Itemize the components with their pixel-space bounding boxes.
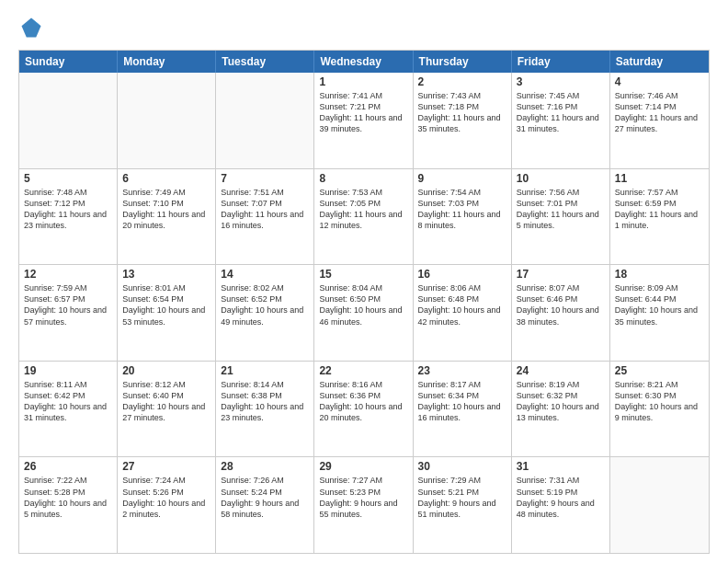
day-info: Sunrise: 8:16 AM Sunset: 6:36 PM Dayligh… bbox=[319, 379, 407, 424]
day-info: Sunrise: 7:46 AM Sunset: 7:14 PM Dayligh… bbox=[615, 90, 704, 135]
empty-cell bbox=[118, 73, 216, 168]
day-info: Sunrise: 8:14 AM Sunset: 6:38 PM Dayligh… bbox=[221, 379, 309, 424]
header-day-thursday: Thursday bbox=[414, 51, 512, 73]
day-cell-18: 18Sunrise: 8:09 AM Sunset: 6:44 PM Dayli… bbox=[610, 265, 709, 361]
header-day-wednesday: Wednesday bbox=[314, 51, 413, 73]
page: SundayMondayTuesdayWednesdayThursdayFrid… bbox=[0, 0, 728, 563]
day-cell-17: 17Sunrise: 8:07 AM Sunset: 6:46 PM Dayli… bbox=[512, 265, 610, 361]
calendar-row-4: 26Sunrise: 7:22 AM Sunset: 5:28 PM Dayli… bbox=[19, 457, 709, 553]
day-info: Sunrise: 7:31 AM Sunset: 5:19 PM Dayligh… bbox=[517, 475, 605, 520]
day-cell-25: 25Sunrise: 8:21 AM Sunset: 6:30 PM Dayli… bbox=[610, 362, 709, 457]
day-number: 11 bbox=[615, 172, 704, 185]
day-number: 27 bbox=[122, 460, 210, 473]
day-number: 24 bbox=[517, 364, 605, 377]
day-number: 3 bbox=[517, 75, 605, 88]
day-info: Sunrise: 7:48 AM Sunset: 7:12 PM Dayligh… bbox=[24, 187, 112, 232]
day-number: 14 bbox=[221, 268, 309, 281]
day-info: Sunrise: 8:07 AM Sunset: 6:46 PM Dayligh… bbox=[517, 282, 605, 327]
day-cell-29: 29Sunrise: 7:27 AM Sunset: 5:23 PM Dayli… bbox=[314, 457, 413, 553]
day-info: Sunrise: 8:21 AM Sunset: 6:30 PM Dayligh… bbox=[615, 379, 704, 424]
day-number: 29 bbox=[319, 460, 407, 473]
day-info: Sunrise: 7:43 AM Sunset: 7:18 PM Dayligh… bbox=[418, 90, 506, 135]
empty-cell bbox=[216, 73, 314, 168]
day-cell-20: 20Sunrise: 8:12 AM Sunset: 6:40 PM Dayli… bbox=[118, 362, 216, 457]
day-number: 13 bbox=[122, 268, 210, 281]
day-info: Sunrise: 8:11 AM Sunset: 6:42 PM Dayligh… bbox=[24, 379, 112, 424]
day-number: 23 bbox=[418, 364, 506, 377]
day-info: Sunrise: 8:17 AM Sunset: 6:34 PM Dayligh… bbox=[418, 379, 506, 424]
day-info: Sunrise: 7:51 AM Sunset: 7:07 PM Dayligh… bbox=[221, 187, 309, 232]
day-number: 26 bbox=[24, 460, 112, 473]
svg-marker-0 bbox=[22, 18, 41, 38]
day-info: Sunrise: 8:04 AM Sunset: 6:50 PM Dayligh… bbox=[319, 282, 407, 327]
day-cell-31: 31Sunrise: 7:31 AM Sunset: 5:19 PM Dayli… bbox=[512, 457, 610, 553]
day-cell-8: 8Sunrise: 7:53 AM Sunset: 7:05 PM Daylig… bbox=[314, 169, 413, 265]
day-info: Sunrise: 7:56 AM Sunset: 7:01 PM Dayligh… bbox=[517, 187, 605, 232]
header-day-monday: Monday bbox=[118, 51, 216, 73]
logo bbox=[18, 15, 48, 40]
day-cell-11: 11Sunrise: 7:57 AM Sunset: 6:59 PM Dayli… bbox=[610, 169, 709, 265]
day-number: 25 bbox=[615, 364, 704, 377]
day-info: Sunrise: 7:26 AM Sunset: 5:24 PM Dayligh… bbox=[221, 475, 309, 520]
calendar-row-3: 19Sunrise: 8:11 AM Sunset: 6:42 PM Dayli… bbox=[19, 362, 709, 458]
day-info: Sunrise: 8:02 AM Sunset: 6:52 PM Dayligh… bbox=[221, 282, 309, 327]
day-number: 21 bbox=[221, 364, 309, 377]
day-cell-15: 15Sunrise: 8:04 AM Sunset: 6:50 PM Dayli… bbox=[314, 265, 413, 361]
day-number: 31 bbox=[517, 460, 605, 473]
calendar-header: SundayMondayTuesdayWednesdayThursdayFrid… bbox=[19, 51, 709, 73]
calendar-body: 1Sunrise: 7:41 AM Sunset: 7:21 PM Daylig… bbox=[19, 73, 709, 553]
day-info: Sunrise: 7:45 AM Sunset: 7:16 PM Dayligh… bbox=[517, 90, 605, 135]
day-number: 17 bbox=[517, 268, 605, 281]
day-cell-7: 7Sunrise: 7:51 AM Sunset: 7:07 PM Daylig… bbox=[216, 169, 314, 265]
day-info: Sunrise: 7:22 AM Sunset: 5:28 PM Dayligh… bbox=[24, 475, 112, 520]
day-number: 20 bbox=[122, 364, 210, 377]
empty-cell bbox=[610, 457, 709, 553]
day-number: 28 bbox=[221, 460, 309, 473]
day-cell-23: 23Sunrise: 8:17 AM Sunset: 6:34 PM Dayli… bbox=[414, 362, 512, 457]
day-info: Sunrise: 7:53 AM Sunset: 7:05 PM Dayligh… bbox=[319, 187, 407, 232]
day-cell-5: 5Sunrise: 7:48 AM Sunset: 7:12 PM Daylig… bbox=[19, 169, 118, 265]
day-cell-3: 3Sunrise: 7:45 AM Sunset: 7:16 PM Daylig… bbox=[512, 73, 610, 168]
day-info: Sunrise: 7:24 AM Sunset: 5:26 PM Dayligh… bbox=[122, 475, 210, 520]
calendar-row-0: 1Sunrise: 7:41 AM Sunset: 7:21 PM Daylig… bbox=[19, 73, 709, 169]
day-info: Sunrise: 7:27 AM Sunset: 5:23 PM Dayligh… bbox=[319, 475, 407, 520]
header-day-sunday: Sunday bbox=[19, 51, 118, 73]
day-number: 8 bbox=[319, 172, 407, 185]
day-cell-30: 30Sunrise: 7:29 AM Sunset: 5:21 PM Dayli… bbox=[414, 457, 512, 553]
day-cell-2: 2Sunrise: 7:43 AM Sunset: 7:18 PM Daylig… bbox=[414, 73, 512, 168]
calendar: SundayMondayTuesdayWednesdayThursdayFrid… bbox=[18, 50, 710, 554]
day-info: Sunrise: 8:19 AM Sunset: 6:32 PM Dayligh… bbox=[517, 379, 605, 424]
day-number: 9 bbox=[418, 172, 506, 185]
day-number: 5 bbox=[24, 172, 112, 185]
day-cell-10: 10Sunrise: 7:56 AM Sunset: 7:01 PM Dayli… bbox=[512, 169, 610, 265]
day-info: Sunrise: 7:49 AM Sunset: 7:10 PM Dayligh… bbox=[122, 187, 210, 232]
day-number: 22 bbox=[319, 364, 407, 377]
day-number: 15 bbox=[319, 268, 407, 281]
day-number: 10 bbox=[517, 172, 605, 185]
day-cell-1: 1Sunrise: 7:41 AM Sunset: 7:21 PM Daylig… bbox=[314, 73, 413, 168]
day-number: 1 bbox=[319, 75, 407, 88]
header bbox=[18, 15, 710, 40]
day-number: 18 bbox=[615, 268, 704, 281]
day-number: 16 bbox=[418, 268, 506, 281]
calendar-row-1: 5Sunrise: 7:48 AM Sunset: 7:12 PM Daylig… bbox=[19, 169, 709, 266]
day-cell-9: 9Sunrise: 7:54 AM Sunset: 7:03 PM Daylig… bbox=[414, 169, 512, 265]
day-cell-12: 12Sunrise: 7:59 AM Sunset: 6:57 PM Dayli… bbox=[19, 265, 118, 361]
day-number: 19 bbox=[24, 364, 112, 377]
day-number: 7 bbox=[221, 172, 309, 185]
logo-icon bbox=[18, 15, 44, 40]
header-day-friday: Friday bbox=[512, 51, 610, 73]
day-number: 6 bbox=[122, 172, 210, 185]
day-info: Sunrise: 8:06 AM Sunset: 6:48 PM Dayligh… bbox=[418, 282, 506, 327]
day-number: 4 bbox=[615, 75, 704, 88]
day-cell-4: 4Sunrise: 7:46 AM Sunset: 7:14 PM Daylig… bbox=[610, 73, 709, 168]
header-day-saturday: Saturday bbox=[610, 51, 709, 73]
header-day-tuesday: Tuesday bbox=[216, 51, 314, 73]
day-cell-16: 16Sunrise: 8:06 AM Sunset: 6:48 PM Dayli… bbox=[414, 265, 512, 361]
day-cell-24: 24Sunrise: 8:19 AM Sunset: 6:32 PM Dayli… bbox=[512, 362, 610, 457]
day-cell-6: 6Sunrise: 7:49 AM Sunset: 7:10 PM Daylig… bbox=[118, 169, 216, 265]
day-cell-27: 27Sunrise: 7:24 AM Sunset: 5:26 PM Dayli… bbox=[118, 457, 216, 553]
day-info: Sunrise: 8:09 AM Sunset: 6:44 PM Dayligh… bbox=[615, 282, 704, 327]
day-info: Sunrise: 7:57 AM Sunset: 6:59 PM Dayligh… bbox=[615, 187, 704, 232]
day-cell-22: 22Sunrise: 8:16 AM Sunset: 6:36 PM Dayli… bbox=[314, 362, 413, 457]
